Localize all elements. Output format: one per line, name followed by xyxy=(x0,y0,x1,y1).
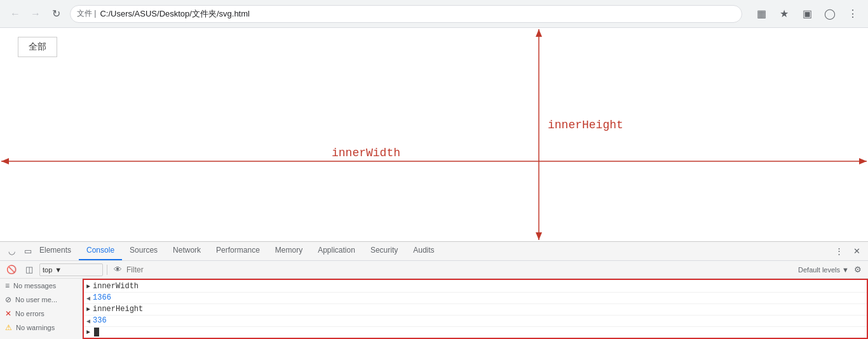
context-selector[interactable]: top ▼ xyxy=(39,263,103,276)
svg-marker-2 xyxy=(536,232,542,240)
devtools-panel: ◡ ▭ Elements Console Sources Network Per… xyxy=(0,241,868,339)
tab-application[interactable]: Application xyxy=(310,241,363,260)
bookmark-icon[interactable]: ★ xyxy=(775,5,793,23)
inspect-icon[interactable]: ◡ xyxy=(4,244,19,259)
tab-security[interactable]: Security xyxy=(363,241,405,260)
settings-icon[interactable]: ⚙ xyxy=(851,263,864,276)
no-user-messages-label: No user me... xyxy=(15,296,57,303)
input-arrow-2: ► xyxy=(86,306,90,313)
no-warnings-label: No warnings xyxy=(16,324,55,331)
innerwidth-input-text: innerWidth xyxy=(93,282,139,291)
tab-elements[interactable]: Elements xyxy=(32,241,79,260)
no-errors-label: No errors xyxy=(15,310,44,317)
devtools-tabs-bar: ◡ ▭ Elements Console Sources Network Per… xyxy=(0,242,868,261)
context-value: top xyxy=(43,266,52,274)
sidebar-item-no-warnings[interactable]: ⚠ No warnings xyxy=(0,321,82,335)
tab-memory[interactable]: Memory xyxy=(268,241,310,260)
url-path: C:/Users/ASUS/Desktop/文件夹/svg.html xyxy=(100,8,250,20)
messages-icon: ≡ xyxy=(5,281,10,290)
page-content: 全部 innerHeight innerWidth xyxy=(0,28,868,241)
sidebar-item-no-errors[interactable]: ✕ No errors xyxy=(0,307,82,321)
profile-icon[interactable]: ◯ xyxy=(821,5,839,23)
output-arrow-1: ◀ xyxy=(86,295,90,302)
address-bar[interactable]: 文件 | C:/Users/ASUS/Desktop/文件夹/svg.html xyxy=(70,5,742,23)
error-icon: ✕ xyxy=(5,309,11,318)
tab-sources[interactable]: Sources xyxy=(122,241,165,260)
close-devtools-icon[interactable]: ✕ xyxy=(849,244,864,259)
devtools-tab-icons: ◡ ▭ xyxy=(0,242,36,260)
console-row-innerwidth-input: ► innerWidth xyxy=(84,281,867,293)
cast-icon[interactable]: ▦ xyxy=(752,5,770,23)
browser-toolbar-right: ▦ ★ ▣ ◯ ⋮ xyxy=(752,5,862,23)
context-dropdown-arrow: ▼ xyxy=(55,266,62,274)
svg-marker-1 xyxy=(536,29,542,37)
console-row-cursor[interactable]: ► xyxy=(84,327,867,338)
devtools-console: ≡ No messages ⊘ No user me... ✕ No error… xyxy=(0,279,868,339)
svg-diagram: innerHeight innerWidth xyxy=(0,28,868,241)
devtools-right-icons: ⋮ ✕ xyxy=(831,242,864,260)
console-row-innerheight-value: ◀ 336 xyxy=(84,316,867,327)
device-icon[interactable]: ▭ xyxy=(20,244,36,259)
svg-marker-5 xyxy=(859,158,867,164)
menu-icon[interactable]: ⋮ xyxy=(844,5,862,23)
innerheight-value: 336 xyxy=(93,316,107,325)
console-row-innerheight-input: ► innerHeight xyxy=(84,304,867,316)
more-options-icon[interactable]: ⋮ xyxy=(831,244,846,259)
sidebar-item-no-messages[interactable]: ≡ No messages xyxy=(0,279,82,293)
nav-buttons: ← → ↻ xyxy=(6,5,65,23)
console-sidebar: ≡ No messages ⊘ No user me... ✕ No error… xyxy=(0,279,83,339)
svg-text:innerWidth: innerWidth xyxy=(332,147,400,159)
sidebar-item-no-user-messages[interactable]: ⊘ No user me... xyxy=(0,293,82,307)
warning-icon: ⚠ xyxy=(5,323,12,332)
forward-button[interactable]: → xyxy=(27,5,44,23)
no-messages-label: No messages xyxy=(13,282,56,289)
innerheight-input-text: innerHeight xyxy=(93,305,143,314)
user-messages-icon: ⊘ xyxy=(5,295,11,304)
console-cursor xyxy=(94,328,99,336)
browser-chrome: ← → ↻ 文件 | C:/Users/ASUS/Desktop/文件夹/svg… xyxy=(0,0,868,28)
levels-selector[interactable]: Default levels ▼ xyxy=(798,266,849,274)
input-arrow-1: ► xyxy=(86,283,90,290)
console-row-innerwidth-value: ◀ 1366 xyxy=(84,293,867,304)
tab-network[interactable]: Network xyxy=(165,241,208,260)
toolbar-separator xyxy=(107,265,107,275)
filter-toggle-icon[interactable]: ◫ xyxy=(22,262,37,277)
filter-input[interactable] xyxy=(126,264,796,276)
back-button[interactable]: ← xyxy=(6,5,24,23)
zoom-icon[interactable]: ▣ xyxy=(798,5,816,23)
console-main[interactable]: ► innerWidth ◀ 1366 ► innerHeight ◀ 336 … xyxy=(83,279,868,339)
eye-icon[interactable]: 👁 xyxy=(111,263,124,276)
clear-console-icon[interactable]: 🚫 xyxy=(4,262,19,277)
reload-button[interactable]: ↻ xyxy=(47,5,65,23)
devtools-toolbar: 🚫 ◫ top ▼ 👁 Default levels ▼ ⚙ xyxy=(0,261,868,279)
tab-audits[interactable]: Audits xyxy=(405,241,442,260)
tab-console[interactable]: Console xyxy=(79,241,122,260)
svg-marker-4 xyxy=(1,158,9,164)
tab-performance[interactable]: Performance xyxy=(208,241,268,260)
url-protocol: 文件 | xyxy=(77,8,96,19)
svg-text:innerHeight: innerHeight xyxy=(548,119,623,131)
innerwidth-value: 1366 xyxy=(93,293,111,302)
cursor-arrow: ► xyxy=(86,329,90,336)
output-arrow-2: ◀ xyxy=(86,317,90,325)
